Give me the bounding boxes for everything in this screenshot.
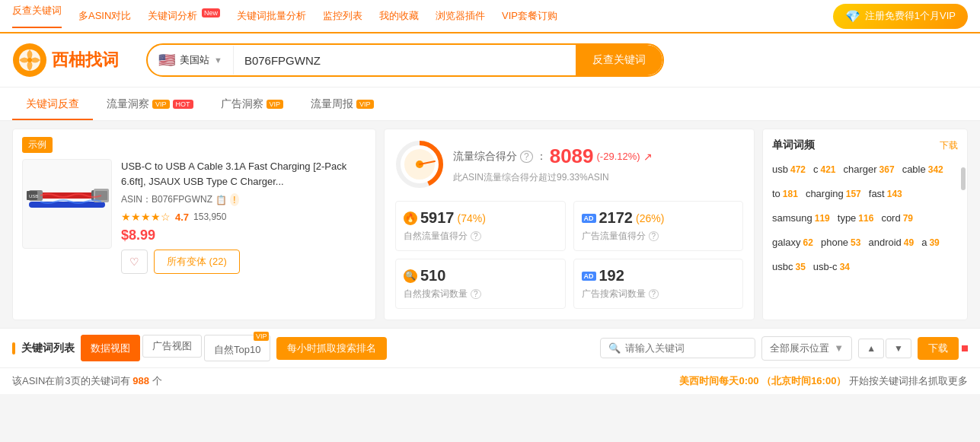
keyword-search-wrapper: 🔍 [600, 338, 755, 358]
nav-keyword-analysis[interactable]: 关键词分析 New [148, 9, 220, 23]
us-flag-icon: 🇺🇸 [158, 52, 175, 68]
nav-vip-plan[interactable]: VIP套餐订购 [502, 9, 557, 23]
keyword-word[interactable]: to [772, 184, 780, 204]
keyword-count: 116 [858, 209, 873, 227]
variant-button[interactable]: 所有变体 (22) [154, 250, 240, 274]
keyword-count: 157 [846, 185, 861, 203]
nav-favorites[interactable]: 我的收藏 [379, 9, 419, 23]
natural-traffic-score: 🔥 5917 (74%) 自然流量值得分 ? [395, 201, 566, 251]
traffic-panel: 流量综合得分 ?： 8089 (-29.12%) ↗ 此ASIN流量综合得分超过… [384, 129, 755, 320]
time-highlight: （北京时间16:00） [761, 375, 846, 386]
keyword-count: 79 [903, 209, 913, 227]
keyword-word[interactable]: cable [902, 160, 926, 180]
keyword-item: type116 [838, 208, 874, 228]
info-text-1: 该ASIN在前3页的关键词有 [12, 375, 130, 386]
position-select[interactable]: 全部展示位置 ▼ [761, 336, 852, 361]
search-input-icon: 🔍 [608, 342, 621, 354]
stars-icon: ★★★★☆ [121, 211, 171, 223]
keyword-word[interactable]: cord [881, 208, 900, 228]
download-button[interactable]: 下载 [918, 337, 959, 360]
product-image: USB [22, 159, 112, 249]
keyword-count: 49 [904, 234, 914, 252]
nav-batch-analysis[interactable]: 关键词批量分析 [237, 9, 306, 23]
ad-count-label: 广告搜索词数量 [582, 288, 646, 300]
product-rating: ★★★★☆ 4.7 153,950 [121, 211, 366, 223]
natural-count-value: 510 [420, 267, 445, 285]
natural-search-count: 🔍 510 自然搜索词数量 ? [395, 259, 566, 309]
view-tab-ad[interactable]: 广告视图 [142, 335, 202, 358]
ad-traffic-percent: (26%) [636, 212, 664, 224]
time-text: 开始按关键词排名抓取更多 [849, 375, 968, 386]
time-label: 美西时间每天0:00 [679, 375, 758, 386]
keyword-item: usb-c34 [813, 257, 850, 277]
keyword-word[interactable]: usb-c [813, 257, 838, 277]
tab-keyword-reverse[interactable]: 关键词反查 [12, 90, 93, 120]
info-icon-5: ? [649, 289, 659, 299]
nav-reverse-keyword[interactable]: 反查关键词 [12, 4, 62, 28]
red-dot-indicator [962, 345, 968, 351]
keyword-count: 119 [815, 209, 830, 227]
keyword-item: galaxy62 [772, 233, 813, 253]
tab-traffic-insight[interactable]: 流量洞察 VIP HOT [93, 90, 207, 120]
search-button[interactable]: 反查关键词 [576, 45, 662, 75]
dropdown-icon: ▼ [214, 56, 222, 65]
keyword-word[interactable]: usb [772, 160, 788, 180]
wishlist-button[interactable]: ♡ [121, 250, 148, 274]
keywords-list: usb472c421charger367cable342to181chargin… [772, 160, 958, 277]
example-badge: 示例 [22, 137, 53, 153]
tab-traffic-weekly[interactable]: 流量周报 VIP [297, 90, 388, 120]
natural-count-label: 自然搜索词数量 [404, 288, 468, 300]
gauge-chart [395, 140, 444, 189]
nav-monitor-list[interactable]: 监控列表 [323, 9, 362, 23]
keyword-word[interactable]: usbc [772, 257, 793, 277]
info-text-2: 个 [152, 375, 162, 386]
copy-icon[interactable]: 📋 [215, 195, 227, 205]
keyword-item: to181 [772, 184, 798, 204]
traffic-label: 流量综合得分 [453, 150, 517, 164]
nav-browser-plugin[interactable]: 浏览器插件 [436, 9, 485, 23]
nav-multi-asin[interactable]: 多ASIN对比 [78, 9, 131, 23]
keyword-item: charging157 [806, 184, 861, 204]
keyword-word[interactable]: android [868, 233, 901, 253]
keyword-count: 181 [783, 185, 798, 203]
scrollbar[interactable] [961, 167, 966, 190]
info-icon-2: ? [471, 231, 481, 241]
product-price: $8.99 [121, 227, 366, 243]
keyword-item: samsung119 [772, 208, 830, 228]
rating-value: 4.7 [175, 211, 189, 223]
keyword-word[interactable]: a [921, 233, 927, 253]
keyword-word[interactable]: charger [844, 160, 877, 180]
search-icon: 🔍 [404, 269, 417, 283]
keyword-word[interactable]: galaxy [772, 233, 801, 253]
traffic-sub-text: 此ASIN流量综合得分超过99.33%ASIN [453, 171, 653, 184]
keyword-item: fast143 [869, 184, 902, 204]
keyword-word[interactable]: charging [806, 184, 844, 204]
tab-vip-badge-2: VIP [267, 100, 284, 109]
keyword-count: 143 [887, 185, 902, 203]
capture-button[interactable]: 每小时抓取搜索排名 [276, 337, 387, 360]
keyword-word[interactable]: samsung [772, 208, 812, 228]
info-icon-3: ? [649, 231, 659, 241]
nav-up-button[interactable]: ▲ [858, 339, 884, 358]
product-title: USB-C to USB A Cable 3.1A Fast Charging … [121, 159, 366, 189]
keyword-count: 39 [929, 234, 939, 252]
asin-search-input[interactable] [234, 48, 576, 73]
keyword-word[interactable]: type [838, 208, 857, 228]
download-keywords-button[interactable]: 下载 [940, 139, 958, 152]
nav-arrows: ▲ ▼ [858, 339, 911, 358]
tab-hot-badge: HOT [173, 100, 193, 109]
keyword-word[interactable]: c [813, 160, 819, 180]
vip-register-button[interactable]: 💎 注册免费得1个月VIP [833, 4, 968, 29]
keyword-word[interactable]: fast [869, 184, 885, 204]
bottom-bar: 关键词列表 数据视图 广告视图 自然Top10 VIP 每小时抓取搜索排名 🔍 … [0, 328, 980, 367]
nav-down-button[interactable]: ▼ [886, 339, 911, 358]
tab-ad-insight[interactable]: 广告洞察 VIP [207, 90, 298, 120]
natural-traffic-value: 5917 [420, 209, 455, 227]
keyword-search-input[interactable] [625, 342, 747, 354]
natural-traffic-label: 自然流量值得分 [404, 230, 468, 243]
search-bar: 🇺🇸 美国站 ▼ 反查关键词 [146, 43, 664, 77]
country-selector[interactable]: 🇺🇸 美国站 ▼ [148, 46, 234, 75]
keyword-item: cable342 [902, 160, 943, 180]
view-tab-data[interactable]: 数据视图 [81, 335, 140, 361]
keyword-word[interactable]: phone [821, 233, 848, 253]
